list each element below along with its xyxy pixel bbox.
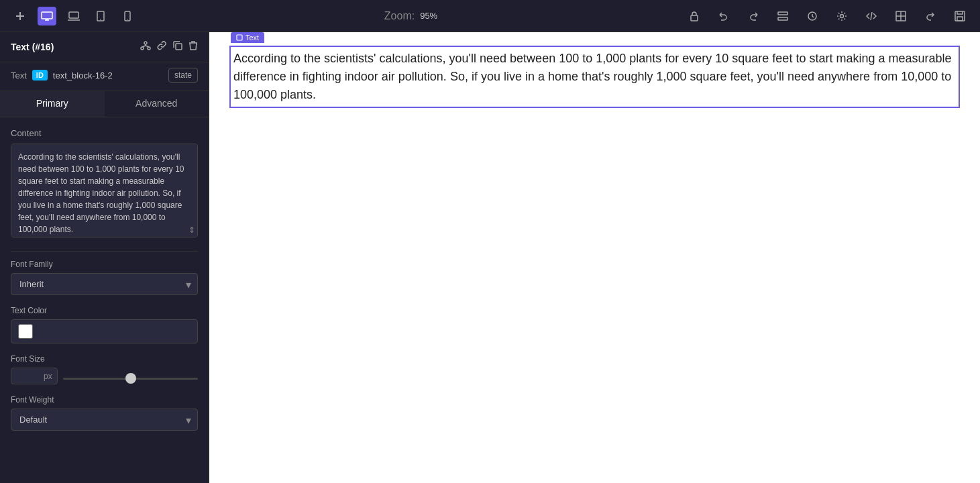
textarea-wrapper: ⇕	[11, 144, 198, 240]
tablet-icon[interactable]	[91, 7, 110, 25]
tabs: Primary Advanced	[0, 91, 209, 117]
svg-rect-15	[957, 17, 963, 21]
settings-icon[interactable]	[832, 7, 851, 25]
svg-rect-6	[691, 15, 698, 21]
color-row	[11, 319, 198, 343]
canvas-area: Text According to the scientists' calcul…	[209, 32, 980, 483]
main-content: Text (#16) Text ID text_block-16-2	[0, 32, 980, 483]
font-size-row: px	[11, 368, 198, 384]
svg-rect-14	[955, 11, 965, 21]
group-icon[interactable]	[140, 40, 151, 54]
font-size-input[interactable]	[17, 371, 44, 381]
code-icon[interactable]	[862, 7, 881, 25]
content-section: Content ⇕	[11, 128, 198, 240]
font-weight-label: Font Weight	[11, 395, 198, 405]
tab-primary[interactable]: Primary	[0, 91, 105, 117]
duplicate-icon[interactable]	[172, 40, 183, 54]
svg-rect-0	[42, 12, 52, 19]
svg-rect-20	[237, 35, 242, 40]
undo-icon[interactable]	[714, 7, 733, 25]
text-color-label: Text Color	[11, 306, 198, 315]
save-icon[interactable]	[950, 7, 969, 25]
font-family-field: Font Family Inherit Arial Georgia Times …	[11, 260, 198, 295]
add-icon[interactable]	[11, 7, 30, 25]
canvas-text: According to the scientists' calculation…	[233, 50, 956, 104]
element-actions	[140, 40, 198, 54]
font-size-input-wrap: px	[11, 368, 58, 384]
content-textarea[interactable]	[11, 144, 198, 237]
svg-point-17	[141, 47, 144, 50]
desktop-icon[interactable]	[38, 7, 56, 25]
font-family-select[interactable]: Inherit Arial Georgia Times New Roman Ve…	[11, 273, 198, 295]
svg-rect-8	[778, 17, 787, 20]
font-weight-select-wrapper: Default Light Normal Semi Bold Bold	[11, 409, 198, 431]
canvas-inner: Text According to the scientists' calcul…	[209, 32, 980, 483]
scroll-indicator: ⇕	[188, 225, 195, 235]
tab-advanced[interactable]: Advanced	[105, 91, 209, 117]
rows-icon[interactable]	[773, 7, 792, 25]
svg-rect-1	[69, 12, 78, 18]
element-id: text_block-16-2	[53, 70, 113, 80]
text-color-field: Text Color	[11, 306, 198, 343]
redo-icon[interactable]	[744, 7, 763, 25]
grid-icon[interactable]	[891, 7, 910, 25]
svg-point-10	[840, 14, 844, 17]
svg-point-18	[148, 47, 150, 50]
toolbar-center: Zoom: 95%	[384, 10, 437, 22]
element-type-row: Text ID text_block-16-2 state	[0, 62, 209, 91]
element-header: Text (#16)	[0, 32, 209, 62]
export-icon[interactable]	[921, 7, 940, 25]
top-toolbar: Zoom: 95%	[0, 0, 980, 32]
svg-point-3	[100, 19, 101, 20]
font-size-unit: px	[44, 372, 52, 381]
content-label: Content	[11, 128, 198, 138]
element-type-label: Text	[11, 70, 27, 80]
panel-content: Content ⇕ Font Family Inherit Arial Geor…	[0, 117, 209, 483]
color-swatch[interactable]	[18, 324, 33, 339]
svg-rect-19	[176, 44, 182, 50]
text-label-badge: Text	[231, 32, 264, 43]
laptop-icon[interactable]	[64, 7, 83, 25]
svg-rect-7	[778, 12, 787, 15]
toolbar-left	[11, 7, 137, 25]
font-weight-field: Font Weight Default Light Normal Semi Bo…	[11, 395, 198, 431]
selected-text-block[interactable]: Text According to the scientists' calcul…	[229, 46, 960, 108]
mobile-icon[interactable]	[118, 7, 137, 25]
slider-wrap	[63, 370, 198, 382]
state-button[interactable]: state	[168, 68, 198, 83]
toolbar-right	[685, 7, 969, 25]
zoom-label: Zoom:	[384, 10, 415, 22]
font-family-label: Font Family	[11, 260, 198, 269]
id-badge: ID	[32, 70, 48, 80]
svg-point-5	[127, 19, 127, 19]
left-sidebar: Text (#16) Text ID text_block-16-2	[0, 32, 209, 483]
element-title: Text (#16)	[11, 42, 54, 52]
font-size-slider[interactable]	[63, 378, 198, 380]
history-icon[interactable]	[803, 7, 822, 25]
svg-point-16	[144, 42, 147, 44]
lock-icon[interactable]	[685, 7, 704, 25]
text-badge-label: Text	[246, 34, 259, 42]
divider-1	[11, 251, 198, 252]
font-size-label: Font Size	[11, 354, 198, 364]
font-family-select-wrapper: Inherit Arial Georgia Times New Roman Ve…	[11, 273, 198, 295]
link-icon[interactable]	[156, 40, 167, 54]
zoom-value: 95%	[420, 11, 437, 21]
font-weight-select[interactable]: Default Light Normal Semi Bold Bold	[11, 409, 198, 431]
font-size-field: Font Size px	[11, 354, 198, 384]
delete-icon[interactable]	[188, 40, 198, 54]
